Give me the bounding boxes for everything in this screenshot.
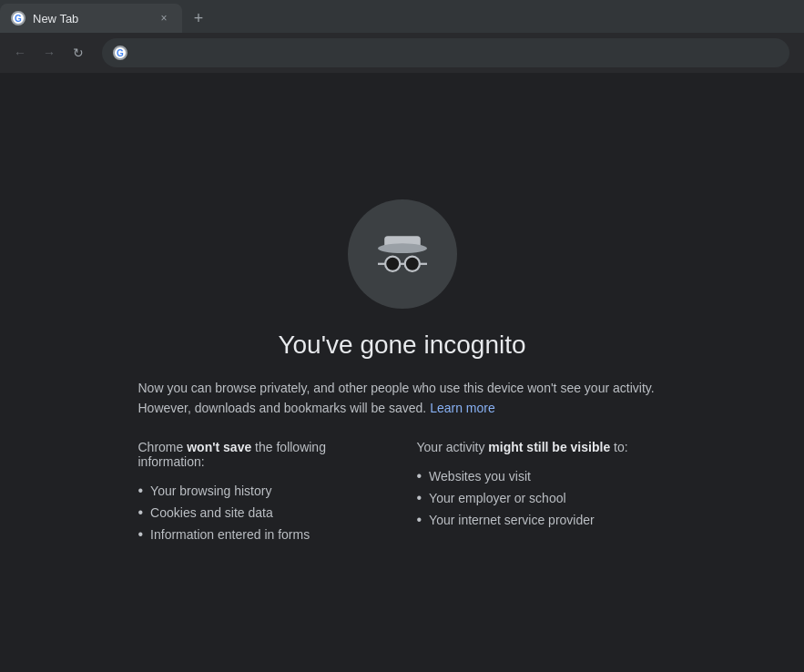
list-item: Your browsing history <box>138 480 388 502</box>
new-tab-button[interactable]: + <box>186 5 211 31</box>
svg-point-4 <box>385 256 400 270</box>
tab-close-button[interactable]: × <box>157 11 171 25</box>
incognito-desc-text: Now you can browse privately, and other … <box>138 381 655 415</box>
active-tab[interactable]: G New Tab × <box>0 4 182 33</box>
tab-title: New Tab <box>33 12 149 25</box>
main-content: You've gone incognito Now you can browse… <box>0 73 804 672</box>
wont-save-bold: won't save <box>187 440 251 454</box>
wont-save-prefix: Chrome <box>138 440 188 454</box>
might-be-visible-column: Your activity might still be visible to:… <box>417 440 667 545</box>
toolbar: ← → ↻ G <box>0 33 804 73</box>
incognito-container: You've gone incognito Now you can browse… <box>120 181 685 565</box>
wont-save-title: Chrome won't save the following informat… <box>138 440 388 469</box>
forward-button[interactable]: → <box>36 40 62 66</box>
incognito-description: Now you can browse privately, and other … <box>138 378 667 419</box>
title-bar: G New Tab × + <box>0 0 804 33</box>
incognito-title: You've gone incognito <box>138 331 667 360</box>
list-item: Cookies and site data <box>138 502 388 524</box>
address-input[interactable] <box>135 46 779 60</box>
might-be-visible-title: Your activity might still be visible to: <box>417 440 667 454</box>
list-item: Your internet service provider <box>417 509 667 531</box>
reload-button[interactable]: ↻ <box>66 40 91 66</box>
might-be-suffix: to: <box>610 440 627 454</box>
svg-point-2 <box>378 243 427 253</box>
incognito-icon <box>348 199 457 309</box>
info-grid: Chrome won't save the following informat… <box>138 440 667 545</box>
tab-favicon: G <box>11 11 25 25</box>
address-favicon-icon: G <box>113 46 127 60</box>
incognito-spy-icon <box>370 221 435 287</box>
list-item: Information entered in forms <box>138 524 388 545</box>
back-button[interactable]: ← <box>7 40 33 66</box>
wont-save-list: Your browsing history Cookies and site d… <box>138 480 388 545</box>
svg-point-5 <box>404 256 419 270</box>
google-favicon-icon: G <box>11 11 25 25</box>
might-be-prefix: Your activity <box>417 440 489 454</box>
might-be-visible-list: Websites you visit Your employer or scho… <box>417 465 667 531</box>
list-item: Websites you visit <box>417 465 667 487</box>
learn-more-link[interactable]: Learn more <box>430 401 495 415</box>
tab-strip: G New Tab × + <box>0 0 211 33</box>
address-bar[interactable]: G <box>102 38 789 67</box>
wont-save-column: Chrome won't save the following informat… <box>138 440 388 545</box>
list-item: Your employer or school <box>417 487 667 509</box>
might-be-bold: might still be visible <box>488 440 610 454</box>
